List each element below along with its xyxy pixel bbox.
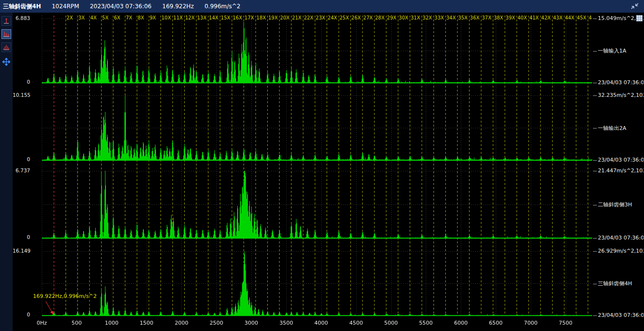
harmonic-cursor-tool[interactable]	[1, 29, 11, 39]
panel-channel-label: 三轴斜齿侧4H	[593, 280, 632, 287]
harmonic-order-label: 24X	[328, 15, 337, 20]
panel-peak-label: 21.447m/s^2,1024RP	[593, 167, 644, 174]
panel-channel-label: 一轴输入1A	[593, 47, 627, 55]
title-bar: 三轴斜齿侧4H 1024RPM 2023/04/03 07:36:06 169.…	[0, 0, 644, 13]
x-axis-tick-label: 4500	[346, 320, 367, 326]
harmonic-order-label: 25X	[339, 15, 349, 20]
panel-timestamp-label: 23/04/03 07:36:06	[593, 235, 644, 241]
x-axis-tick-label: 5500	[415, 320, 436, 326]
harmonic-order-label: 28X	[375, 15, 385, 20]
y-axis-zero-label: 0	[13, 156, 30, 162]
y-axis-zero-label: 0	[13, 79, 30, 85]
panel-timestamp-label: 23/04/03 07:36:06	[593, 79, 644, 86]
x-axis-tick-label: 2500	[206, 320, 227, 326]
sideband-cursor-tool[interactable]	[1, 42, 11, 52]
harmonic-order-label: 41X	[529, 15, 539, 20]
harmonic-order-label: 15X	[221, 15, 230, 20]
harmonic-order-label: 4X	[90, 15, 97, 20]
harmonic-order-label: 10X	[161, 15, 171, 20]
y-axis-max-label: 16.149	[13, 248, 30, 254]
x-axis-tick-label: 1000	[101, 320, 122, 326]
harmonic-order-label: 12X	[185, 15, 195, 20]
data-table-icon[interactable]	[636, 14, 643, 20]
x-axis-tick-label: 1500	[136, 320, 157, 326]
x-axis-tick-label: 5000	[381, 320, 402, 326]
x-axis-tick-label: 4000	[311, 320, 332, 326]
harmonic-order-label: 21X	[292, 15, 302, 20]
axis-tick	[593, 315, 597, 316]
harmonic-order-label: 27X	[363, 15, 373, 20]
harmonic-order-label: 23X	[316, 15, 326, 20]
cursor-frequency-readout: 169.922Hz	[162, 3, 194, 10]
x-axis-tick-label: 3500	[276, 320, 297, 326]
x-axis-tick-label: 6000	[450, 320, 471, 326]
harmonic-order-label: 40X	[518, 15, 527, 20]
x-axis-tick-label: 2000	[171, 320, 192, 326]
axis-tick	[593, 18, 597, 19]
measurement-point-title: 三轴斜齿侧4H	[3, 2, 41, 11]
cursor-annotation: 169.922Hz,0.996m/s^2	[33, 293, 97, 299]
axis-tick	[593, 128, 597, 129]
harmonic-order-label: 39X	[505, 15, 515, 20]
harmonic-order-label: 43X	[553, 15, 563, 20]
x-axis-tick-label: 3000	[241, 320, 262, 326]
harmonic-order-label: 13X	[197, 15, 207, 20]
y-axis-max-label: 10.155	[13, 92, 30, 98]
panel-peak-label: 26.929m/s^2,1024RP	[593, 248, 644, 254]
vibration-analyzer-window: { "titlebar": { "title": "三轴斜齿侧4H", "rpm…	[0, 0, 644, 331]
spectrum-plot-canvas[interactable]	[31, 13, 593, 331]
cursor-amplitude-readout: 0.996m/s^2	[205, 3, 241, 10]
harmonic-order-label: 26X	[351, 15, 361, 20]
axis-tick	[593, 95, 597, 96]
harmonic-order-label: 18X	[257, 15, 266, 20]
harmonic-order-label: 17X	[244, 15, 254, 20]
harmonic-label-row: 2X3X4X5X6X7X8X9X10X11X12X13X14X15X16X17X…	[31, 15, 593, 21]
axis-tick	[593, 284, 597, 284]
axis-tick	[593, 238, 597, 239]
datetime-readout: 2023/04/03 07:36:06	[90, 3, 152, 10]
harmonic-order-label: 16X	[233, 15, 243, 20]
harmonic-order-label: 30X	[399, 15, 409, 20]
harmonic-order-label: 2X	[67, 15, 73, 20]
harmonic-order-label: 4	[589, 15, 592, 20]
harmonic-order-label: 35X	[458, 15, 468, 20]
tool-sidebar	[0, 13, 13, 331]
axis-tick	[593, 83, 597, 83]
x-axis-tick-label: 0Hz	[31, 320, 52, 326]
harmonic-order-label: 6X	[114, 15, 121, 20]
axis-tick	[593, 171, 597, 171]
harmonic-order-label: 11X	[174, 15, 183, 20]
x-axis-tick-label: 6500	[485, 320, 506, 326]
panel-timestamp-label: 23/04/03 07:36:06	[593, 312, 644, 318]
panel-channel-label: 二轴斜齿侧3H	[593, 201, 632, 208]
axis-tick	[593, 51, 597, 52]
y-axis-zero-label: 0	[13, 234, 30, 240]
harmonic-order-label: 19X	[268, 15, 278, 20]
x-axis-tick-label: 7000	[520, 320, 541, 326]
harmonic-order-label: 7X	[126, 15, 132, 20]
harmonic-order-label: 44X	[565, 15, 574, 20]
panel-peak-label: 32.235m/s^2,1024RP	[593, 92, 644, 98]
harmonic-order-label: 29X	[387, 15, 397, 20]
y-axis-max-label: 6.883	[13, 15, 30, 21]
single-cursor-tool[interactable]	[1, 16, 11, 26]
harmonic-order-label: 38X	[494, 15, 504, 20]
rpm-readout: 1024RPM	[52, 3, 79, 10]
harmonic-order-label: 20X	[280, 15, 290, 20]
pan-tool[interactable]	[1, 57, 11, 67]
harmonic-order-label: 32X	[422, 15, 432, 20]
x-axis-tick-label: 500	[66, 320, 87, 326]
axis-tick	[593, 205, 597, 205]
axis-tick	[593, 160, 597, 161]
panel-timestamp-label: 23/04/03 07:36:06	[593, 157, 644, 163]
harmonic-order-label: 37X	[482, 15, 491, 20]
harmonic-order-label: 14X	[209, 15, 219, 20]
harmonic-order-label: 8X	[138, 15, 144, 20]
y-axis-zero-label: 0	[13, 312, 30, 317]
restore-window-icon[interactable]	[629, 2, 640, 11]
harmonic-order-label: 9X	[150, 15, 156, 20]
x-axis-tick-label: 7500	[555, 320, 576, 326]
harmonic-order-label: 31X	[411, 15, 420, 20]
axis-tick	[593, 251, 597, 252]
harmonic-order-label: 34X	[446, 15, 456, 20]
